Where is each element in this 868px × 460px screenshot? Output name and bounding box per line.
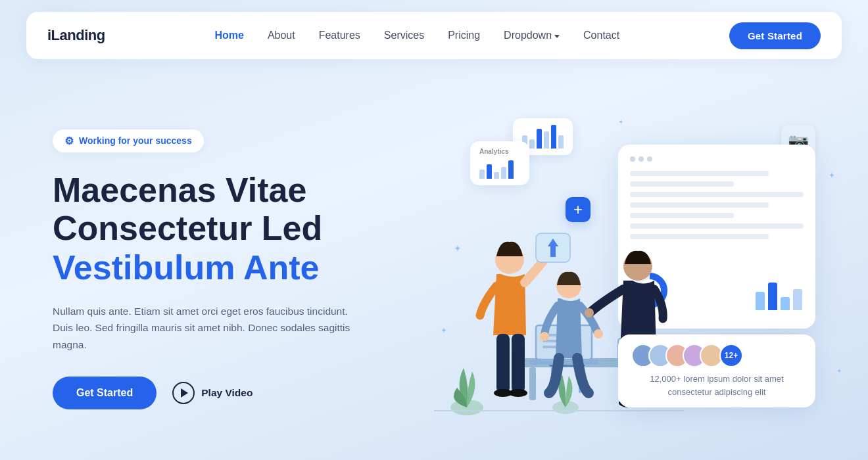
svg-point-35: [639, 348, 648, 357]
svg-point-23: [509, 389, 527, 397]
chart-bar-3: [781, 297, 790, 310]
nav-item-about[interactable]: About: [268, 30, 295, 41]
svg-point-40: [670, 358, 684, 367]
svg-point-43: [707, 348, 716, 357]
sparkle-icon-5: ✦: [836, 367, 842, 375]
sparkle-icon-2: ✦: [618, 118, 623, 126]
svg-point-42: [687, 358, 701, 367]
navbar: iLanding Home About Features Services Pr…: [26, 12, 842, 59]
nav-item-contact[interactable]: Contact: [583, 30, 619, 41]
social-proof-description: 12,000+ lorem ipsum dolor sit amet conse…: [631, 373, 802, 398]
play-circle-icon: [172, 382, 195, 404]
nav-link-pricing[interactable]: Pricing: [448, 30, 480, 41]
nav-link-features[interactable]: Features: [319, 30, 360, 41]
svg-rect-21: [512, 334, 525, 393]
nav-item-services[interactable]: Services: [384, 30, 424, 41]
nav-item-dropdown[interactable]: Dropdown: [504, 30, 560, 41]
hero-section: ⚙ Working for your success Maecenas Vita…: [0, 59, 868, 447]
avatar-count: 12+: [719, 344, 743, 367]
bar-4: [544, 131, 549, 149]
chart-bar-4: [793, 289, 802, 310]
bar-2: [529, 139, 535, 149]
dot-1: [630, 156, 635, 162]
analytics-label: Analytics: [479, 148, 520, 155]
window-dots: [630, 156, 804, 162]
svg-point-36: [636, 358, 650, 367]
hero-actions: Get Started Play Video: [53, 377, 362, 409]
nav-link-home[interactable]: Home: [214, 30, 243, 41]
nav-item-pricing[interactable]: Pricing: [448, 30, 480, 41]
hero-title-line1: Maecenas Vitae: [53, 171, 362, 209]
nav-cta-button[interactable]: Get Started: [729, 22, 821, 49]
bar-6: [558, 135, 564, 149]
play-video-button[interactable]: Play Video: [172, 382, 253, 404]
svg-point-28: [585, 308, 594, 317]
hero-cta-button[interactable]: Get Started: [53, 377, 157, 409]
brand-logo: iLanding: [47, 27, 105, 44]
svg-point-26: [594, 329, 603, 338]
nav-link-dropdown[interactable]: Dropdown: [504, 30, 560, 41]
avatar-row: 12+: [631, 344, 802, 367]
screen-chart: [756, 283, 802, 310]
hero-title-line2: Consectetur Led: [53, 209, 362, 247]
sparkle-icon-3: ✦: [829, 171, 835, 180]
svg-point-38: [653, 358, 667, 367]
nav-link-about[interactable]: About: [268, 30, 295, 41]
hero-description: Nullam quis ante. Etiam sit amet orci eg…: [53, 303, 362, 354]
nav-link-services[interactable]: Services: [384, 30, 424, 41]
hero-illustration: ✦ ✦ ✦ ✦ ✦ ✦ 📷 + Analytics: [434, 112, 815, 427]
play-video-label: Play Video: [201, 387, 253, 399]
bar-5: [551, 125, 556, 149]
chart-bar-2: [768, 283, 777, 310]
badge-text: Working for your success: [79, 135, 192, 146]
gear-icon: ⚙: [64, 135, 74, 147]
dot-2: [639, 156, 644, 162]
play-triangle-icon: [181, 388, 188, 398]
nav-item-features[interactable]: Features: [319, 30, 360, 41]
svg-point-39: [673, 348, 682, 357]
svg-rect-20: [496, 334, 510, 393]
bar-chart-bars: [522, 125, 564, 149]
hero-badge: ⚙ Working for your success: [53, 129, 204, 152]
svg-rect-6: [529, 367, 536, 400]
nav-links: Home About Features Services Pricing Dro…: [214, 30, 619, 41]
chart-bar-1: [756, 292, 765, 310]
hero-content: ⚙ Working for your success Maecenas Vita…: [53, 129, 362, 410]
nav-item-home[interactable]: Home: [214, 30, 243, 41]
svg-point-25: [540, 332, 549, 341]
svg-point-41: [690, 348, 699, 357]
bar-3: [537, 129, 542, 149]
svg-point-37: [656, 348, 665, 357]
nav-link-contact[interactable]: Contact: [583, 30, 619, 41]
dot-3: [647, 156, 652, 162]
hero-title-blue: Vestibulum Ante: [53, 247, 362, 288]
svg-point-44: [704, 358, 718, 367]
social-proof-card: 12+ 12,000+ lorem ipsum dolor sit amet c…: [618, 334, 815, 407]
hero-title: Maecenas Vitae Consectetur Led Vestibulu…: [53, 171, 362, 288]
chevron-down-icon: [554, 35, 560, 38]
